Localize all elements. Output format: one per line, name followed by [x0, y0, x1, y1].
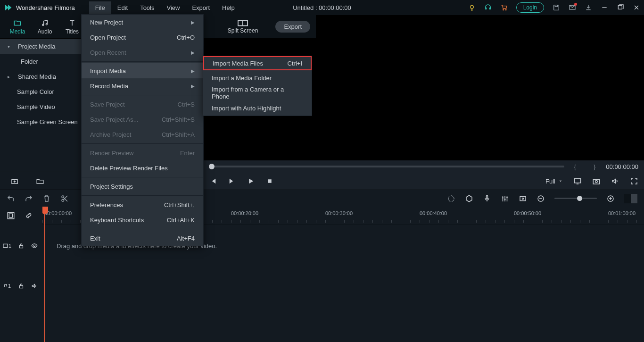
svg-rect-17 — [268, 179, 272, 183]
tab-media[interactable]: Media — [4, 19, 31, 35]
volume-icon[interactable] — [31, 283, 38, 289]
delete-icon[interactable] — [42, 194, 51, 203]
mixer-icon[interactable] — [501, 194, 509, 203]
ruler-tick: 00:00:40:00 — [420, 210, 447, 216]
link-icon[interactable] — [25, 211, 33, 220]
menu-tools[interactable]: Tools — [134, 1, 160, 14]
playhead[interactable] — [44, 207, 45, 342]
zoom-slider[interactable] — [554, 198, 597, 199]
menu-record-media[interactable]: Record Media▶ — [82, 78, 203, 93]
svg-point-33 — [33, 245, 35, 247]
frame-icon[interactable] — [519, 194, 527, 203]
save-icon[interactable] — [553, 4, 560, 11]
menu-open-project[interactable]: Open ProjectCtrl+O — [82, 30, 203, 45]
stop-icon[interactable] — [265, 177, 274, 185]
svg-rect-25 — [520, 196, 526, 200]
library-sidebar: ▾Project Media Folder ▸Shared Media Samp… — [0, 39, 83, 190]
menu-delete-render[interactable]: Delete Preview Render Files — [82, 160, 203, 175]
lib-sample-video[interactable]: Sample Video — [0, 99, 83, 114]
lib-project-media[interactable]: ▾Project Media — [0, 39, 83, 54]
audio-track-label: 1 — [3, 283, 11, 289]
preview-scrubber[interactable] — [209, 166, 564, 167]
idea-icon[interactable] — [468, 4, 476, 11]
menu-exit[interactable]: ExitAlt+F4 — [82, 231, 203, 246]
ruler-tick: 00:00:00:00 — [44, 210, 72, 216]
maximize-icon[interactable] — [617, 4, 624, 11]
marker-icon[interactable] — [465, 194, 473, 203]
play-icon[interactable] — [247, 177, 255, 185]
menu-edit[interactable]: Edit — [111, 1, 134, 14]
svg-point-26 — [522, 198, 524, 199]
tab-audio[interactable]: Audio — [31, 19, 58, 35]
svg-rect-18 — [574, 179, 581, 183]
svg-rect-31 — [3, 244, 8, 247]
project-title: Untitled : 00:00:00:00 — [293, 4, 351, 11]
eye-icon[interactable] — [31, 242, 38, 249]
quality-select[interactable]: Full — [545, 178, 563, 185]
menu-import-media[interactable]: Import Media▶ — [82, 63, 203, 78]
cart-icon[interactable] — [500, 4, 508, 11]
track-manager-icon[interactable] — [7, 211, 15, 220]
folder-icon[interactable] — [36, 177, 44, 185]
tab-audio-label: Audio — [38, 28, 52, 35]
cut-icon[interactable] — [60, 194, 69, 203]
new-folder-icon[interactable] — [10, 177, 19, 185]
export-button[interactable]: Export — [275, 21, 310, 33]
download-icon[interactable] — [585, 4, 592, 11]
menu-help[interactable]: Help — [216, 1, 241, 14]
submenu-import-camera[interactable]: Import from a Camera or a Phone — [203, 85, 312, 100]
snapshot-icon[interactable] — [592, 177, 601, 185]
lock-icon[interactable] — [18, 283, 25, 289]
voiceover-icon[interactable] — [483, 194, 491, 203]
submenu-import-auto[interactable]: Import with Auto Highlight — [203, 100, 312, 116]
svg-point-2 — [505, 9, 506, 10]
menu-save-as[interactable]: Save Project As...Ctrl+Shift+S — [82, 112, 203, 127]
svg-rect-3 — [554, 5, 559, 10]
menu-export[interactable]: Export — [186, 1, 216, 14]
menu-view[interactable]: View — [160, 1, 186, 14]
lock-icon[interactable] — [18, 242, 25, 249]
display-icon[interactable] — [573, 177, 582, 185]
headset-icon[interactable] — [484, 4, 492, 11]
minimize-icon[interactable] — [601, 4, 608, 11]
menu-save-project[interactable]: Save ProjectCtrl+S — [82, 97, 203, 112]
login-button[interactable]: Login — [516, 2, 544, 13]
undo-icon[interactable] — [7, 194, 15, 203]
tab-split-screen[interactable]: Split Screen — [218, 20, 268, 34]
close-icon[interactable] — [633, 4, 640, 11]
zoom-in-icon[interactable] — [606, 194, 615, 203]
volume-icon[interactable] — [611, 177, 619, 185]
message-icon[interactable] — [569, 4, 576, 11]
menu-project-settings[interactable]: Project Settings — [82, 179, 203, 194]
in-out-brackets: { } — [574, 163, 600, 170]
step-fwd-icon[interactable] — [228, 177, 236, 185]
svg-rect-5 — [618, 5, 622, 9]
view-toggle[interactable] — [624, 194, 637, 203]
menu-preferences[interactable]: PreferencesCtrl+Shift+, — [82, 197, 203, 212]
menu-shortcuts[interactable]: Keyboard ShortcutsCtrl+Alt+K — [82, 212, 203, 227]
menu-file[interactable]: File — [89, 1, 111, 14]
fullscreen-icon[interactable] — [630, 177, 638, 185]
svg-rect-30 — [9, 214, 13, 217]
lib-sample-green[interactable]: Sample Green Screen — [0, 114, 83, 129]
submenu-import-files[interactable]: Import Media FilesCtrl+I — [203, 56, 312, 70]
render-icon[interactable] — [447, 194, 455, 203]
svg-rect-32 — [20, 245, 23, 248]
lib-folder[interactable]: Folder — [0, 54, 83, 69]
tab-titles-label: Titles — [66, 28, 79, 35]
title-bar: Wondershare Filmora File Edit Tools View… — [0, 0, 644, 15]
redo-icon[interactable] — [25, 194, 33, 203]
lib-shared-media[interactable]: ▸Shared Media — [0, 69, 83, 84]
menu-archive[interactable]: Archive ProjectCtrl+Shift+A — [82, 127, 203, 142]
svg-rect-19 — [593, 179, 600, 184]
menubar: File Edit Tools View Export Help — [89, 1, 241, 14]
zoom-out-icon[interactable] — [537, 194, 545, 203]
menu-render-preview[interactable]: Render PreviewEnter — [82, 145, 203, 160]
lib-sample-color[interactable]: Sample Color — [0, 84, 83, 99]
submenu-import-folder[interactable]: Import a Media Folder — [203, 70, 312, 85]
audio-track[interactable] — [42, 267, 644, 305]
menu-new-project[interactable]: New Project▶ — [82, 15, 203, 30]
step-back-icon[interactable] — [209, 177, 217, 185]
menu-open-recent[interactable]: Open Recent▶ — [82, 45, 203, 60]
svg-rect-24 — [487, 195, 488, 199]
